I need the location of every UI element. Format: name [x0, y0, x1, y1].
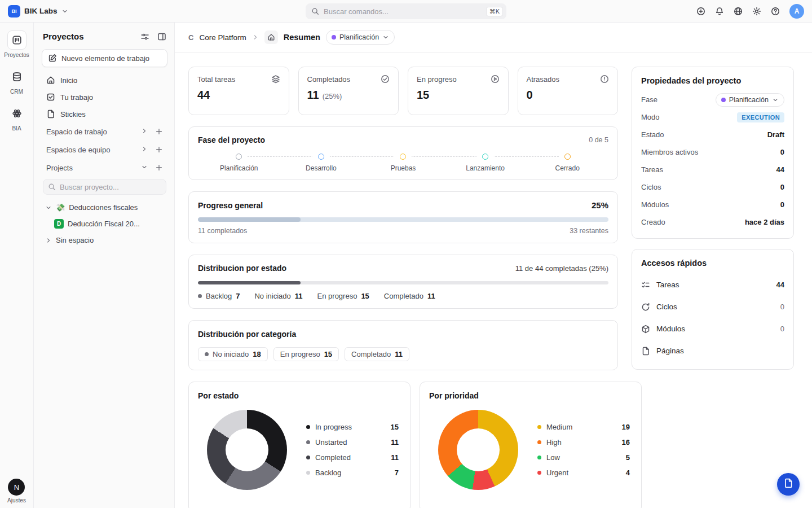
edit-pencil-icon [48, 54, 57, 63]
phase-step-lanzamiento[interactable]: Lanzamiento [444, 154, 527, 172]
plus-icon[interactable] [155, 146, 163, 154]
status-legend: Backlog 7 No iniciado 11 En progreso 15 … [198, 292, 608, 300]
chevron-down-icon [772, 97, 779, 103]
new-work-item-label: Nuevo elemento de trabajo [61, 54, 149, 63]
org-switcher[interactable]: BI BIK Labs [8, 5, 68, 17]
quick-item-paginas[interactable]: Páginas [641, 340, 784, 362]
step-dot [564, 154, 571, 160]
chevron-down-icon[interactable] [141, 164, 148, 172]
progress-percent: 25% [592, 200, 608, 210]
legend-row: Medium 19 [537, 419, 630, 435]
legend-dot [537, 425, 541, 429]
overall-progress-card: Progreso general 25% 11 completados 33 r… [188, 191, 618, 243]
topbar: BI BIK Labs ⌘K A [0, 0, 812, 23]
legend-item-completado: Completado 11 [384, 292, 435, 300]
quick-item-tareas[interactable]: Tareas 44 [641, 274, 784, 296]
stat-label: Total tareas [197, 75, 235, 84]
stat-value: 11 [307, 89, 319, 102]
step-dot [400, 154, 406, 160]
section-espacio-de-trabajo[interactable]: Espacio de trabajo [42, 122, 167, 141]
execution-badge: EXECUTION [737, 112, 784, 122]
phase-selector[interactable]: Planificación [716, 93, 784, 107]
command-search-input[interactable] [324, 7, 482, 16]
prop-row-creado: Creado hace 2 días [641, 213, 784, 231]
tree-group-sin-espacio[interactable]: Sin espacio [42, 232, 167, 248]
help-icon[interactable] [771, 7, 780, 16]
category-pills: No iniciado 18 En progreso 15 Completado… [198, 347, 608, 361]
section-projects[interactable]: Projects [42, 159, 167, 177]
quick-item-ciclos[interactable]: Ciclos 0 [641, 296, 784, 318]
legend-row: Backlog 7 [306, 465, 399, 480]
play-circle-icon [491, 75, 500, 84]
sidebar-item-inicio[interactable]: Inicio [42, 72, 167, 89]
project-search[interactable] [43, 179, 166, 195]
project-label: Deducción Fiscal 20... [68, 220, 140, 228]
chevron-down-icon[interactable] [45, 204, 52, 211]
phase-step-desarrollo[interactable]: Desarrollo [280, 154, 363, 172]
rail-item-bia[interactable]: BIA [7, 104, 27, 132]
command-search[interactable]: ⌘K [306, 3, 506, 19]
project-search-input[interactable] [60, 183, 161, 191]
tree-project-deduccion[interactable]: D Deducción Fiscal 20... [42, 216, 167, 232]
step-dot [318, 154, 324, 160]
stat-label: Atrasados [527, 75, 560, 84]
card-title: Propiedades del proyecto [641, 76, 741, 85]
sidebar-item-tu-trabajo[interactable]: Tu trabajo [42, 89, 167, 106]
phase-step-cerrado[interactable]: Cerrado [526, 154, 608, 172]
sidebar-item-label: Inicio [60, 76, 77, 85]
phase-selector[interactable]: Planificación [326, 30, 395, 45]
legend-row: Low 5 [537, 450, 630, 465]
stat-atrasados: Atrasados 0 [518, 67, 619, 115]
rail-label: CRM [10, 89, 23, 95]
prop-row-modo: Modo EXECUTION [641, 108, 784, 126]
sidebar-item-label: Tu trabajo [60, 93, 93, 102]
progress-bar-fill [198, 217, 301, 222]
status-bar [198, 281, 608, 284]
rail-item-crm[interactable]: CRM [7, 67, 27, 95]
step-label: Cerrado [555, 164, 579, 172]
card-title: Distribucion por estado [198, 264, 286, 273]
bell-icon[interactable] [715, 7, 724, 16]
stat-label: En progreso [417, 75, 457, 84]
user-avatar[interactable]: A [789, 4, 804, 19]
settings-label[interactable]: Ajustes [7, 497, 26, 503]
priority-donut-chart [438, 410, 518, 490]
page-icon [641, 347, 650, 356]
workspace-avatar[interactable]: N [8, 479, 25, 496]
tree-group-deducciones[interactable]: 💸 Deducciones fiscales [42, 199, 167, 216]
cycle-icon [641, 303, 650, 312]
globe-icon[interactable] [734, 7, 743, 16]
project-properties-card: Propiedades del proyecto Fase Planificac… [632, 67, 794, 239]
gear-icon[interactable] [752, 7, 761, 16]
filter-sliders-icon[interactable] [140, 32, 149, 41]
stat-label: Completados [307, 75, 351, 84]
floating-notes-button[interactable] [777, 473, 800, 496]
prop-row-fase: Fase Planificación [641, 91, 784, 108]
chevron-right-icon[interactable] [141, 146, 148, 154]
phase-step-planificacion[interactable]: Planificación [198, 154, 280, 172]
chevron-right-icon[interactable] [45, 237, 52, 244]
stat-value: 0 [527, 89, 533, 102]
new-work-item-button[interactable]: Nuevo elemento de trabajo [42, 49, 167, 67]
sidebar: Proyectos Nuevo elemento de trabajo Inic… [34, 23, 175, 508]
plus-circle-icon[interactable] [696, 7, 705, 16]
stat-en-progreso: En progreso 15 [408, 67, 509, 115]
section-espacios-de-equipo[interactable]: Espacios de equipo [42, 141, 167, 159]
stat-total-tareas: Total tareas 44 [188, 67, 289, 115]
plus-icon[interactable] [155, 164, 163, 172]
status-distribution-card: Distribucion por estado 11 de 44 complet… [188, 255, 618, 309]
quick-item-modulos[interactable]: Módulos 0 [641, 318, 784, 340]
sidebar-item-stickies[interactable]: Stickies [42, 106, 167, 122]
donut-legend: Medium 19 High 16 Low 5 [537, 419, 630, 480]
chevron-right-icon[interactable] [141, 128, 148, 135]
status-summary: 11 de 44 completadas (25%) [515, 264, 608, 273]
app-rail: Proyectos CRM BIA N Ajustes [0, 23, 34, 508]
card-title: Accesos rápidos [641, 259, 707, 268]
progress-bar [198, 217, 608, 222]
phase-step-pruebas[interactable]: Pruebas [362, 154, 444, 172]
breadcrumb-team[interactable]: Core Platform [199, 33, 246, 42]
rail-item-proyectos[interactable]: Proyectos [4, 30, 29, 58]
main-content: C Core Platform Resumen Planificación To… [175, 23, 812, 508]
plus-icon[interactable] [155, 128, 163, 135]
panel-toggle-icon[interactable] [157, 32, 166, 41]
